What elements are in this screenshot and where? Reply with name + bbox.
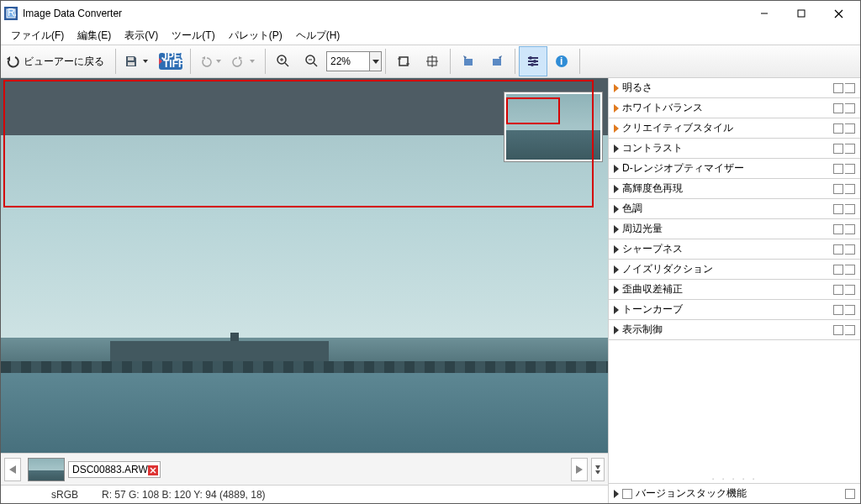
rotate-left-button[interactable] bbox=[454, 46, 483, 76]
panel-row[interactable]: コントラスト bbox=[609, 139, 860, 159]
filmstrip-options-button[interactable] bbox=[591, 458, 605, 481]
svg-rect-7 bbox=[128, 62, 135, 66]
panel-row[interactable]: 色調 bbox=[609, 199, 860, 219]
panel-row[interactable]: D-レンジオプティマイザー bbox=[609, 159, 860, 179]
panel-resize-grip[interactable]: ・・・・・ bbox=[609, 475, 860, 483]
panel-row[interactable]: 明るさ bbox=[609, 78, 860, 98]
panel-reset-icon[interactable] bbox=[833, 184, 843, 194]
menu-edit[interactable]: 編集(E) bbox=[72, 27, 116, 45]
zoom-out-button[interactable] bbox=[298, 46, 326, 76]
menu-help[interactable]: ヘルプ(H) bbox=[291, 27, 346, 45]
zoom-dropdown[interactable] bbox=[370, 51, 382, 71]
filmstrip-next-button[interactable] bbox=[571, 458, 588, 481]
version-stack-row[interactable]: バージョンスタック機能 bbox=[609, 483, 860, 503]
menu-file[interactable]: ファイル(F) bbox=[6, 27, 69, 45]
panel-reset-icon[interactable] bbox=[833, 83, 843, 93]
separator bbox=[450, 49, 451, 74]
panel-menu-icon[interactable] bbox=[845, 305, 855, 315]
panel-reset-icon[interactable] bbox=[833, 285, 843, 295]
expand-icon bbox=[614, 326, 619, 334]
panel-actions bbox=[833, 305, 855, 315]
version-stack-label: バージョンスタック機能 bbox=[636, 486, 747, 501]
panel-row[interactable]: シャープネス bbox=[609, 239, 860, 260]
panel-reset-icon[interactable] bbox=[833, 204, 843, 214]
expand-icon bbox=[614, 205, 619, 213]
panel-row[interactable]: 歪曲収差補正 bbox=[609, 280, 860, 300]
panel-menu-icon[interactable] bbox=[845, 144, 855, 154]
image-canvas[interactable] bbox=[1, 78, 608, 453]
panel-reset-icon[interactable] bbox=[833, 144, 843, 154]
crop-button[interactable] bbox=[389, 46, 418, 76]
panel-reset-icon[interactable] bbox=[833, 265, 843, 275]
navigator-viewport[interactable] bbox=[506, 97, 560, 124]
panel-actions bbox=[833, 164, 855, 174]
rotate-left-icon bbox=[461, 54, 476, 69]
dropdown-icon[interactable] bbox=[247, 60, 257, 63]
menu-tool[interactable]: ツール(T) bbox=[166, 27, 219, 45]
image-preview bbox=[1, 120, 608, 453]
panel-label: トーンカーブ bbox=[622, 302, 683, 317]
panel-action-icon[interactable] bbox=[845, 489, 855, 499]
navigator-thumbnail[interactable] bbox=[504, 92, 603, 162]
panel-menu-icon[interactable] bbox=[845, 123, 855, 134]
panel-actions bbox=[833, 265, 855, 275]
minimize-button[interactable] bbox=[746, 2, 783, 25]
straighten-icon bbox=[425, 54, 440, 69]
panel-menu-icon[interactable] bbox=[845, 244, 855, 255]
filmstrip-prev-button[interactable] bbox=[4, 458, 21, 481]
panel-menu-icon[interactable] bbox=[845, 224, 855, 234]
filmstrip-close-icon[interactable] bbox=[148, 465, 158, 475]
panel-label: シャープネス bbox=[622, 242, 683, 256]
panel-menu-icon[interactable] bbox=[845, 83, 855, 93]
straighten-button[interactable] bbox=[418, 46, 446, 76]
menu-palette[interactable]: パレット(P) bbox=[224, 27, 288, 45]
panel-menu-icon[interactable] bbox=[845, 204, 855, 214]
panel-reset-icon[interactable] bbox=[833, 325, 843, 335]
panel-row[interactable]: 高輝度色再現 bbox=[609, 179, 860, 199]
panel-menu-icon[interactable] bbox=[845, 265, 855, 275]
panel-reset-icon[interactable] bbox=[833, 123, 843, 134]
rotate-right-button[interactable] bbox=[483, 46, 511, 76]
panel-reset-icon[interactable] bbox=[833, 305, 843, 315]
panel-menu-icon[interactable] bbox=[845, 184, 855, 194]
panel-reset-icon[interactable] bbox=[833, 244, 843, 255]
panel-row[interactable]: 周辺光量 bbox=[609, 219, 860, 239]
close-button[interactable] bbox=[820, 2, 857, 25]
expand-icon bbox=[614, 286, 619, 294]
panel-menu-icon[interactable] bbox=[845, 164, 855, 174]
export-jpeg-tiff-button[interactable]: JPEGTIFF bbox=[155, 46, 187, 76]
dropdown-icon[interactable] bbox=[214, 60, 224, 63]
info-button[interactable]: i bbox=[547, 46, 576, 76]
expand-icon bbox=[614, 84, 619, 92]
filmstrip: DSC00883.ARW bbox=[1, 453, 608, 485]
sliders-panel-button[interactable] bbox=[519, 46, 547, 76]
panel-reset-icon[interactable] bbox=[833, 164, 843, 174]
menu-view[interactable]: 表示(V) bbox=[119, 27, 163, 45]
panel-row[interactable]: 表示制御 bbox=[609, 320, 860, 340]
jpeg-tiff-icon: JPEGTIFF bbox=[159, 53, 182, 70]
panel-row[interactable]: クリエイティブスタイル bbox=[609, 118, 860, 139]
undo-button[interactable] bbox=[194, 46, 228, 76]
separator bbox=[385, 49, 386, 74]
save-button[interactable] bbox=[119, 46, 155, 76]
zoom-value: 22% bbox=[330, 55, 351, 67]
panel-menu-icon[interactable] bbox=[845, 103, 855, 113]
panel-row[interactable]: ホワイトバランス bbox=[609, 98, 860, 118]
panel-row[interactable]: トーンカーブ bbox=[609, 300, 860, 320]
filmstrip-thumbnail[interactable] bbox=[28, 458, 65, 481]
panel-menu-icon[interactable] bbox=[845, 325, 855, 335]
panel-reset-icon[interactable] bbox=[833, 224, 843, 234]
panel-row[interactable]: ノイズリダクション bbox=[609, 260, 860, 280]
save-dropdown-icon[interactable] bbox=[140, 60, 151, 63]
filmstrip-filename[interactable]: DSC00883.ARW bbox=[68, 461, 161, 478]
back-to-viewer-button[interactable]: ビューアーに戻る bbox=[1, 46, 112, 76]
info-icon: i bbox=[554, 54, 569, 69]
panel-menu-icon[interactable] bbox=[845, 285, 855, 295]
checkbox-icon[interactable] bbox=[622, 489, 632, 499]
maximize-button[interactable] bbox=[783, 2, 820, 25]
crop-icon bbox=[396, 54, 411, 69]
zoom-input[interactable]: 22% bbox=[326, 51, 370, 71]
zoom-in-button[interactable] bbox=[269, 46, 298, 76]
redo-button[interactable] bbox=[228, 46, 261, 76]
panel-reset-icon[interactable] bbox=[833, 103, 843, 113]
